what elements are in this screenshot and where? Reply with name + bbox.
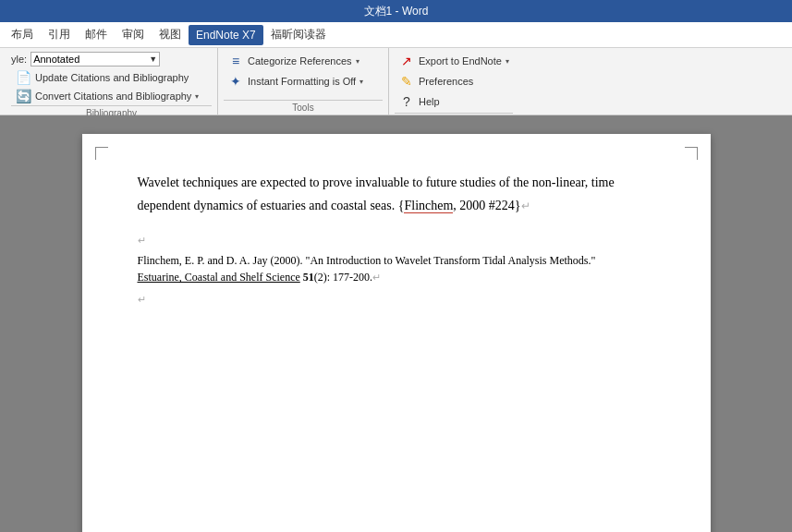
para-mark-3: ↵ (372, 272, 381, 283)
menu-review[interactable]: 审阅 (115, 23, 152, 46)
categorize-label: Categorize References (248, 55, 352, 66)
update-citations-label: Update Citations and Bibliography (35, 72, 189, 83)
menu-bar: 布局 引用 邮件 审阅 视图 EndNote X7 福昕阅读器 (0, 22, 792, 48)
document-text: Wavelet techniques are expected to prove… (138, 171, 655, 217)
instant-formatting-chevron: ▾ (359, 78, 363, 86)
export-to-endnote-button[interactable]: ↗ Export to EndNote ▾ (395, 52, 513, 70)
tools-left-col: ≡ Categorize References ▾ ✦ Instant Form… (218, 48, 389, 115)
preferences-icon: ✎ (398, 74, 415, 89)
categorize-chevron: ▾ (356, 57, 359, 66)
preferences-button[interactable]: ✎ Preferences (395, 72, 513, 91)
bib-rest-text: 51(2): 177-200.↵ (303, 271, 381, 284)
categorize-icon: ≡ (227, 54, 244, 68)
para-mark-1: ↵ (521, 200, 530, 212)
ribbon-content: yle: Annotated ▼ 📄 Update Citations and … (0, 48, 792, 115)
preferences-label: Preferences (419, 76, 473, 87)
menu-mail[interactable]: 邮件 (78, 23, 115, 46)
update-icon: 📄 (15, 70, 31, 85)
export-chevron: ▾ (506, 57, 509, 66)
bib-journal-text: Estuarine, Coastal and Shelf Science (138, 271, 300, 284)
convert-citations-button[interactable]: 🔄 Convert Citations and Bibliography ▾ (11, 87, 212, 105)
title-text: 文档1 - Word (364, 4, 429, 19)
corner-tr (685, 147, 698, 160)
paragraph-1: Wavelet techniques are expected to prove… (138, 171, 655, 217)
tools-right-col: ↗ Export to EndNote ▾ ✎ Preferences ? He… (389, 48, 518, 115)
title-bar: 文档1 - Word (0, 0, 792, 22)
convert-chevron: ▾ (195, 92, 199, 101)
instant-formatting-button[interactable]: ✦ Instant Formatting is Off ▾ (224, 72, 383, 91)
para-mark-2: ↵ (138, 235, 146, 246)
bib-author-text: Flinchem, E. P. and D. A. Jay (2000). "A… (138, 254, 596, 267)
document-area: Wavelet techniques are expected to prove… (0, 115, 792, 532)
group-bibliography: yle: Annotated ▼ 📄 Update Citations and … (6, 48, 218, 115)
export-label: Export to EndNote (419, 55, 502, 66)
menu-cite[interactable]: 引用 (41, 23, 78, 46)
menu-view[interactable]: 视图 (152, 23, 189, 46)
ribbon: yle: Annotated ▼ 📄 Update Citations and … (0, 48, 792, 115)
style-label: yle: (11, 54, 27, 65)
bibliography-entry: Flinchem, E. P. and D. A. Jay (2000). "A… (138, 252, 655, 285)
style-row: yle: Annotated ▼ (11, 52, 212, 66)
menu-foxit[interactable]: 福昕阅读器 (263, 23, 334, 46)
tools-group-label: Tools (224, 100, 383, 115)
help-label: Help (419, 96, 440, 107)
corner-tl (95, 147, 108, 160)
help-button[interactable]: ? Help (395, 92, 513, 111)
para-mark-4: ↵ (138, 294, 146, 305)
style-dropdown-arrow: ▼ (149, 54, 157, 64)
instant-formatting-icon: ✦ (227, 74, 244, 89)
instant-formatting-label: Instant Formatting is Off (248, 76, 356, 87)
export-icon: ↗ (398, 54, 415, 68)
menu-endnote[interactable]: EndNote X7 (189, 25, 263, 45)
style-select-value: Annotated (33, 54, 149, 65)
menu-layout[interactable]: 布局 (4, 23, 41, 46)
help-icon: ? (398, 94, 415, 109)
style-select[interactable]: Annotated ▼ (30, 52, 160, 66)
citation[interactable]: Flinchem (404, 199, 453, 213)
convert-icon: 🔄 (15, 89, 31, 103)
convert-citations-label: Convert Citations and Bibliography (35, 91, 191, 102)
bib-volume: 51 (303, 271, 314, 284)
update-citations-button[interactable]: 📄 Update Citations and Bibliography (11, 68, 212, 87)
categorize-references-button[interactable]: ≡ Categorize References ▾ (224, 52, 383, 70)
page: Wavelet techniques are expected to prove… (82, 134, 711, 532)
